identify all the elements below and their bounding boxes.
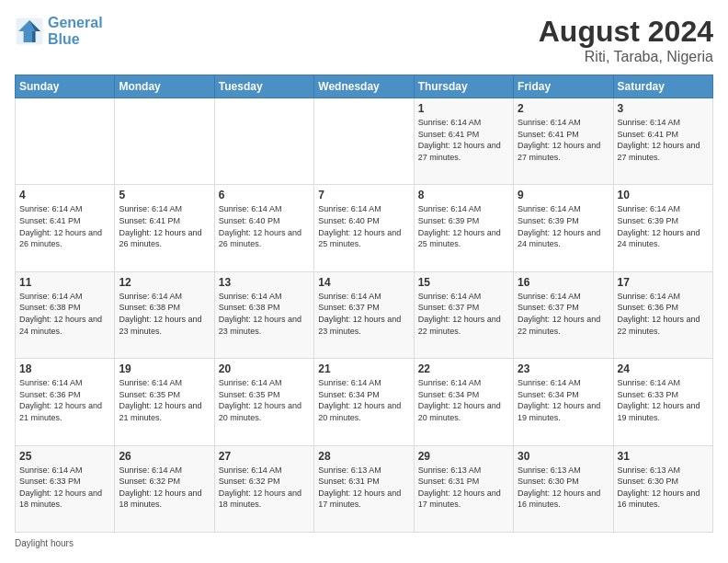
day-info: Sunrise: 6:14 AM Sunset: 6:41 PM Dayligh…	[418, 117, 509, 163]
day-info: Sunrise: 6:14 AM Sunset: 6:33 PM Dayligh…	[19, 465, 110, 511]
calendar-cell: 22Sunrise: 6:14 AM Sunset: 6:34 PM Dayli…	[414, 359, 513, 445]
day-number: 21	[318, 362, 409, 375]
day-number: 2	[518, 102, 609, 115]
calendar-cell: 26Sunrise: 6:14 AM Sunset: 6:32 PM Dayli…	[115, 445, 214, 532]
day-info: Sunrise: 6:14 AM Sunset: 6:34 PM Dayligh…	[318, 377, 409, 423]
calendar-cell: 6Sunrise: 6:14 AM Sunset: 6:40 PM Daylig…	[214, 185, 313, 271]
day-info: Sunrise: 6:14 AM Sunset: 6:37 PM Dayligh…	[318, 291, 409, 337]
calendar-cell: 31Sunrise: 6:13 AM Sunset: 6:30 PM Dayli…	[613, 445, 712, 532]
day-number: 22	[418, 362, 509, 375]
day-info: Sunrise: 6:14 AM Sunset: 6:35 PM Dayligh…	[219, 377, 310, 423]
calendar-cell	[16, 98, 115, 185]
header: General Blue August 2024 Riti, Taraba, N…	[15, 15, 713, 65]
day-number: 10	[618, 189, 709, 201]
day-number: 16	[518, 276, 609, 289]
day-number: 11	[19, 276, 110, 289]
day-info: Sunrise: 6:14 AM Sunset: 6:33 PM Dayligh…	[618, 377, 709, 423]
title-block: August 2024 Riti, Taraba, Nigeria	[539, 15, 713, 65]
calendar-header: Sunday Monday Tuesday Wednesday Thursday…	[16, 75, 713, 98]
calendar-cell: 24Sunrise: 6:14 AM Sunset: 6:33 PM Dayli…	[613, 359, 712, 445]
calendar-table: Sunday Monday Tuesday Wednesday Thursday…	[15, 75, 713, 533]
logo-text: General Blue	[48, 15, 103, 47]
col-tuesday: Tuesday	[214, 75, 313, 98]
calendar-cell: 28Sunrise: 6:13 AM Sunset: 6:31 PM Dayli…	[314, 445, 414, 532]
page: General Blue August 2024 Riti, Taraba, N…	[0, 0, 728, 563]
col-thursday: Thursday	[414, 75, 513, 98]
day-number: 3	[618, 102, 709, 115]
day-number: 28	[318, 450, 409, 463]
day-info: Sunrise: 6:14 AM Sunset: 6:32 PM Dayligh…	[219, 465, 310, 511]
day-info: Sunrise: 6:14 AM Sunset: 6:40 PM Dayligh…	[219, 203, 310, 249]
day-info: Sunrise: 6:14 AM Sunset: 6:40 PM Dayligh…	[318, 203, 409, 249]
day-info: Sunrise: 6:14 AM Sunset: 6:38 PM Dayligh…	[219, 291, 310, 337]
day-number: 9	[518, 189, 609, 201]
calendar-week-5: 25Sunrise: 6:14 AM Sunset: 6:33 PM Dayli…	[16, 445, 713, 532]
location: Riti, Taraba, Nigeria	[539, 49, 713, 65]
calendar-cell: 7Sunrise: 6:14 AM Sunset: 6:40 PM Daylig…	[314, 185, 414, 271]
calendar-cell: 20Sunrise: 6:14 AM Sunset: 6:35 PM Dayli…	[214, 359, 313, 445]
day-number: 23	[518, 362, 609, 375]
header-row: Sunday Monday Tuesday Wednesday Thursday…	[16, 75, 713, 98]
day-number: 26	[119, 450, 210, 463]
day-info: Sunrise: 6:14 AM Sunset: 6:39 PM Dayligh…	[618, 203, 709, 249]
day-number: 12	[119, 276, 210, 289]
day-info: Sunrise: 6:14 AM Sunset: 6:37 PM Dayligh…	[518, 291, 609, 337]
day-number: 31	[618, 450, 709, 463]
day-info: Sunrise: 6:14 AM Sunset: 6:39 PM Dayligh…	[518, 203, 609, 249]
calendar-cell: 14Sunrise: 6:14 AM Sunset: 6:37 PM Dayli…	[314, 271, 414, 358]
col-friday: Friday	[514, 75, 613, 98]
calendar-cell: 23Sunrise: 6:14 AM Sunset: 6:34 PM Dayli…	[514, 359, 613, 445]
day-number: 7	[318, 189, 409, 201]
calendar-cell: 4Sunrise: 6:14 AM Sunset: 6:41 PM Daylig…	[16, 185, 115, 271]
day-info: Sunrise: 6:14 AM Sunset: 6:36 PM Dayligh…	[618, 291, 709, 337]
day-info: Sunrise: 6:14 AM Sunset: 6:36 PM Dayligh…	[19, 377, 110, 423]
col-sunday: Sunday	[16, 75, 115, 98]
calendar-cell: 3Sunrise: 6:14 AM Sunset: 6:41 PM Daylig…	[613, 98, 712, 185]
day-number: 17	[618, 276, 709, 289]
calendar-cell: 18Sunrise: 6:14 AM Sunset: 6:36 PM Dayli…	[16, 359, 115, 445]
calendar-cell: 19Sunrise: 6:14 AM Sunset: 6:35 PM Dayli…	[115, 359, 214, 445]
day-number: 25	[19, 450, 110, 463]
day-number: 30	[518, 450, 609, 463]
logo-icon	[15, 17, 44, 46]
calendar-week-4: 18Sunrise: 6:14 AM Sunset: 6:36 PM Dayli…	[16, 359, 713, 445]
day-number: 6	[219, 189, 310, 201]
day-number: 20	[219, 362, 310, 375]
day-number: 29	[418, 450, 509, 463]
col-wednesday: Wednesday	[314, 75, 414, 98]
day-info: Sunrise: 6:14 AM Sunset: 6:34 PM Dayligh…	[418, 377, 509, 423]
day-info: Sunrise: 6:14 AM Sunset: 6:41 PM Dayligh…	[618, 117, 709, 163]
day-info: Sunrise: 6:14 AM Sunset: 6:38 PM Dayligh…	[19, 291, 110, 337]
col-saturday: Saturday	[613, 75, 712, 98]
day-number: 24	[618, 362, 709, 375]
day-info: Sunrise: 6:14 AM Sunset: 6:41 PM Dayligh…	[19, 203, 110, 249]
day-info: Sunrise: 6:14 AM Sunset: 6:34 PM Dayligh…	[518, 377, 609, 423]
calendar-cell: 2Sunrise: 6:14 AM Sunset: 6:41 PM Daylig…	[514, 98, 613, 185]
day-info: Sunrise: 6:14 AM Sunset: 6:37 PM Dayligh…	[418, 291, 509, 337]
calendar-cell: 25Sunrise: 6:14 AM Sunset: 6:33 PM Dayli…	[16, 445, 115, 532]
logo-line1: General	[48, 15, 103, 31]
day-info: Sunrise: 6:14 AM Sunset: 6:39 PM Dayligh…	[418, 203, 509, 249]
calendar-cell: 30Sunrise: 6:13 AM Sunset: 6:30 PM Dayli…	[514, 445, 613, 532]
day-info: Sunrise: 6:14 AM Sunset: 6:32 PM Dayligh…	[119, 465, 210, 511]
day-info: Sunrise: 6:14 AM Sunset: 6:41 PM Dayligh…	[119, 203, 210, 249]
day-info: Sunrise: 6:13 AM Sunset: 6:30 PM Dayligh…	[518, 465, 609, 511]
day-number: 18	[19, 362, 110, 375]
calendar-cell: 5Sunrise: 6:14 AM Sunset: 6:41 PM Daylig…	[115, 185, 214, 271]
calendar-week-2: 4Sunrise: 6:14 AM Sunset: 6:41 PM Daylig…	[16, 185, 713, 271]
day-number: 19	[119, 362, 210, 375]
calendar-cell: 16Sunrise: 6:14 AM Sunset: 6:37 PM Dayli…	[514, 271, 613, 358]
calendar-week-1: 1Sunrise: 6:14 AM Sunset: 6:41 PM Daylig…	[16, 98, 713, 185]
calendar-cell	[115, 98, 214, 185]
day-number: 8	[418, 189, 509, 201]
logo-line2: Blue	[48, 31, 103, 48]
day-info: Sunrise: 6:13 AM Sunset: 6:30 PM Dayligh…	[618, 465, 709, 511]
calendar-cell: 9Sunrise: 6:14 AM Sunset: 6:39 PM Daylig…	[514, 185, 613, 271]
day-number: 5	[119, 189, 210, 201]
calendar-cell: 13Sunrise: 6:14 AM Sunset: 6:38 PM Dayli…	[214, 271, 313, 358]
footer-note: Daylight hours	[15, 538, 713, 548]
calendar-cell: 10Sunrise: 6:14 AM Sunset: 6:39 PM Dayli…	[613, 185, 712, 271]
day-number: 4	[19, 189, 110, 201]
logo: General Blue	[15, 15, 103, 47]
calendar-cell: 1Sunrise: 6:14 AM Sunset: 6:41 PM Daylig…	[414, 98, 513, 185]
